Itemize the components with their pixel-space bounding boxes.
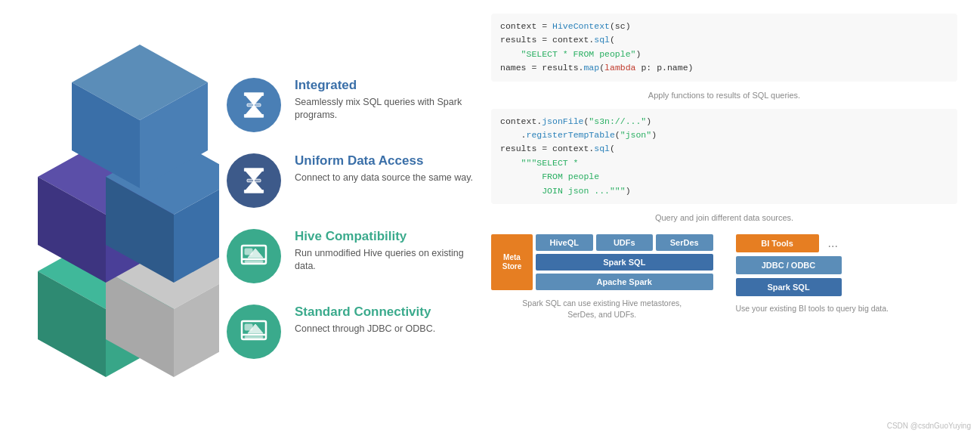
svg-rect-20 (247, 179, 261, 182)
jdbc-bar: JDBC / ODBC (736, 256, 842, 274)
features-section: Integrated Seamlessly mix SQL queries wi… (227, 70, 484, 366)
feature-hive: Hive Compatibility Run unmodified Hive q… (227, 229, 484, 283)
uniform-desc: Connect to any data source the same way. (295, 172, 473, 185)
connectivity-desc: Connect through JDBC or ODBC. (295, 323, 435, 336)
udfs-cell: UDFs (596, 234, 654, 251)
code-block-2: context.jsonFile("s3n://...") .registerT… (491, 109, 957, 204)
connectivity-text: Standard Connectivity Connect through JD… (295, 305, 435, 336)
bi-row-1: BI Tools ... (736, 234, 838, 252)
image-icon-1 (240, 243, 267, 270)
svg-marker-19 (244, 190, 263, 193)
integrated-title: Integrated (295, 78, 484, 93)
svg-rect-29 (245, 336, 263, 339)
uniform-text: Uniform Data Access Connect to any data … (295, 153, 473, 185)
svg-marker-18 (244, 168, 263, 171)
spark-sql-cell: Spark SQL (536, 254, 713, 271)
hourglass-icon-1 (240, 91, 267, 119)
serdes-cell: SerDes (656, 234, 713, 251)
code-1-note: Apply functions to results of SQL querie… (491, 91, 957, 100)
connectivity-title: Standard Connectivity (295, 305, 435, 320)
hive-row-1: MetaStore HiveQL UDFs SerDes Spark SQL A… (491, 234, 713, 290)
connectivity-icon-circle (227, 305, 281, 359)
hive-desc: Run unmodified Hive queries on existing … (295, 247, 484, 274)
hourglass-icon-2 (240, 167, 267, 194)
uniform-icon-circle (227, 153, 281, 208)
bi-row-2: JDBC / ODBC (736, 256, 842, 274)
code-2-note: Query and join different data sources. (491, 213, 957, 222)
spark-sql-bi-bar: Spark SQL (736, 278, 842, 296)
bi-tools-bar: BI Tools (736, 234, 819, 252)
hive-diagram: MetaStore HiveQL UDFs SerDes Spark SQL A… (491, 234, 713, 320)
cube-illustration (23, 22, 219, 415)
hive-title: Hive Compatibility (295, 229, 484, 244)
bi-row-3: Spark SQL (736, 278, 842, 296)
integrated-desc: Seamlessly mix SQL queries with Spark pr… (295, 96, 484, 122)
meta-store-cell: MetaStore (491, 234, 533, 290)
svg-marker-15 (244, 92, 263, 95)
right-section: context = HiveContext(sc) results = cont… (484, 8, 965, 428)
bi-diagram: BI Tools ... JDBC / ODBC Spark SQL Use y… (736, 234, 958, 314)
code-block-1: context = HiveContext(sc) results = cont… (491, 14, 957, 82)
uniform-title: Uniform Data Access (295, 153, 473, 169)
feature-uniform: Uniform Data Access Connect to any data … (227, 153, 484, 208)
cube-section (15, 8, 227, 428)
svg-rect-17 (247, 104, 261, 107)
apache-spark-cell: Apache Spark (536, 274, 713, 290)
integrated-text: Integrated Seamlessly mix SQL queries wi… (295, 78, 484, 122)
svg-rect-24 (245, 261, 263, 263)
integrated-icon-circle (227, 78, 281, 132)
hiveql-cell: HiveQL (536, 234, 593, 251)
hive-icon-circle (227, 229, 281, 283)
hive-text: Hive Compatibility Run unmodified Hive q… (295, 229, 484, 274)
feature-connectivity: Standard Connectivity Connect through JD… (227, 305, 484, 359)
watermark: CSDN @csdnGuoYuying (887, 422, 971, 430)
svg-marker-16 (244, 114, 263, 117)
bi-note: Use your existing BI tools to query big … (736, 303, 889, 314)
image-icon-2 (240, 318, 267, 345)
feature-integrated: Integrated Seamlessly mix SQL queries wi… (227, 78, 484, 132)
main-container: Integrated Seamlessly mix SQL queries wi… (0, 0, 980, 436)
bi-dots: ... (828, 237, 838, 250)
hive-note: Spark SQL can use existing Hive metastor… (491, 298, 713, 320)
